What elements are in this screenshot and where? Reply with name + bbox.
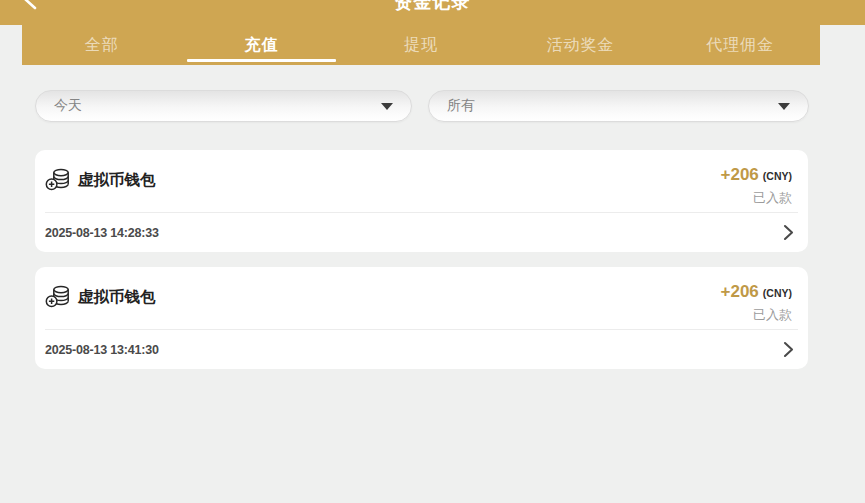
record-card[interactable]: 虚拟币钱包 +206(CNY) 已入款 2025-08-13 14:28:33	[35, 150, 808, 252]
tab-all-label: 全部	[85, 35, 119, 56]
amount-line: +206(CNY)	[721, 165, 792, 185]
tab-all[interactable]: 全部	[22, 25, 182, 65]
amount-value: +206	[721, 282, 759, 301]
amount-line: +206(CNY)	[721, 282, 792, 302]
tab-agent-commission[interactable]: 代理佣金	[660, 25, 820, 65]
tab-agent-commission-label: 代理佣金	[706, 35, 774, 56]
tab-deposit[interactable]: 充值	[182, 25, 342, 65]
status-text: 已入款	[721, 306, 792, 324]
record-card-bottom: 2025-08-13 14:28:33	[45, 213, 794, 252]
tab-withdraw-label: 提现	[404, 35, 438, 56]
record-type-tabs: 全部 充值 提现 活动奖金 代理佣金	[22, 25, 820, 65]
active-tab-underline	[187, 59, 337, 62]
chevron-right-icon[interactable]	[783, 341, 794, 358]
tab-withdraw[interactable]: 提现	[341, 25, 501, 65]
record-timestamp: 2025-08-13 13:41:30	[45, 343, 159, 357]
wallet-group: 虚拟币钱包	[45, 285, 156, 309]
record-card[interactable]: 虚拟币钱包 +206(CNY) 已入款 2025-08-13 13:41:30	[35, 267, 808, 369]
date-filter-value: 今天	[54, 97, 82, 115]
record-card-bottom: 2025-08-13 13:41:30	[45, 330, 794, 369]
amount-group: +206(CNY) 已入款	[721, 165, 792, 207]
funds-record-page: 资金记录 全部 充值 提现 活动奖金 代理佣金 今天 所有	[0, 0, 865, 503]
wallet-name: 虚拟币钱包	[78, 287, 156, 308]
coin-stack-plus-icon	[45, 285, 71, 309]
tab-deposit-label: 充值	[244, 35, 278, 56]
date-filter-dropdown[interactable]: 今天	[35, 90, 412, 122]
record-card-top: 虚拟币钱包 +206(CNY) 已入款	[35, 267, 808, 324]
amount-group: +206(CNY) 已入款	[721, 282, 792, 324]
chevron-right-icon[interactable]	[783, 224, 794, 241]
app-header: 资金记录	[0, 0, 865, 25]
tab-activity-bonus-label: 活动奖金	[547, 35, 615, 56]
type-filter-dropdown[interactable]: 所有	[428, 90, 809, 122]
currency-label: (CNY)	[763, 170, 792, 182]
coin-stack-plus-icon	[45, 168, 71, 192]
wallet-name: 虚拟币钱包	[78, 170, 156, 191]
wallet-group: 虚拟币钱包	[45, 168, 156, 192]
tab-activity-bonus[interactable]: 活动奖金	[501, 25, 661, 65]
type-filter-value: 所有	[447, 97, 475, 115]
record-timestamp: 2025-08-13 14:28:33	[45, 226, 159, 240]
status-text: 已入款	[721, 189, 792, 207]
caret-down-icon	[778, 103, 790, 110]
record-card-top: 虚拟币钱包 +206(CNY) 已入款	[35, 150, 808, 207]
page-title: 资金记录	[0, 0, 865, 14]
currency-label: (CNY)	[763, 287, 792, 299]
caret-down-icon	[381, 103, 393, 110]
amount-value: +206	[721, 165, 759, 184]
